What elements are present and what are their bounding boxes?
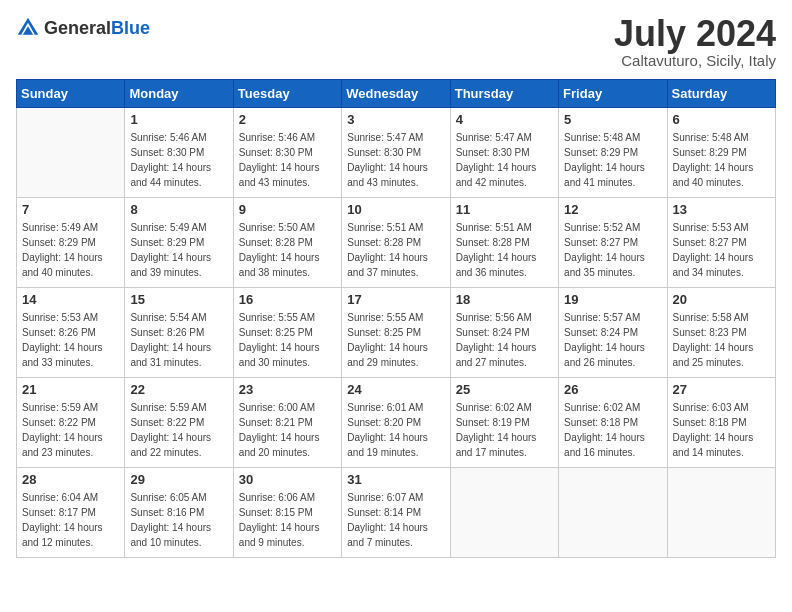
day-info: Sunrise: 5:49 AMSunset: 8:29 PMDaylight:… xyxy=(22,220,119,280)
day-number: 15 xyxy=(130,292,227,307)
day-number: 14 xyxy=(22,292,119,307)
calendar-cell: 18Sunrise: 5:56 AMSunset: 8:24 PMDayligh… xyxy=(450,288,558,378)
day-number: 8 xyxy=(130,202,227,217)
day-number: 31 xyxy=(347,472,444,487)
day-number: 6 xyxy=(673,112,770,127)
day-info: Sunrise: 5:47 AMSunset: 8:30 PMDaylight:… xyxy=(347,130,444,190)
week-row-3: 14Sunrise: 5:53 AMSunset: 8:26 PMDayligh… xyxy=(17,288,776,378)
month-title: July 2024 xyxy=(614,16,776,52)
logo-general: General xyxy=(44,18,111,38)
calendar-cell: 25Sunrise: 6:02 AMSunset: 8:19 PMDayligh… xyxy=(450,378,558,468)
day-number: 9 xyxy=(239,202,336,217)
day-number: 24 xyxy=(347,382,444,397)
calendar-cell: 26Sunrise: 6:02 AMSunset: 8:18 PMDayligh… xyxy=(559,378,667,468)
calendar-cell: 29Sunrise: 6:05 AMSunset: 8:16 PMDayligh… xyxy=(125,468,233,558)
day-number: 21 xyxy=(22,382,119,397)
calendar-cell: 11Sunrise: 5:51 AMSunset: 8:28 PMDayligh… xyxy=(450,198,558,288)
calendar-cell: 10Sunrise: 5:51 AMSunset: 8:28 PMDayligh… xyxy=(342,198,450,288)
day-info: Sunrise: 5:47 AMSunset: 8:30 PMDaylight:… xyxy=(456,130,553,190)
calendar-cell: 17Sunrise: 5:55 AMSunset: 8:25 PMDayligh… xyxy=(342,288,450,378)
day-info: Sunrise: 6:02 AMSunset: 8:19 PMDaylight:… xyxy=(456,400,553,460)
calendar-cell: 16Sunrise: 5:55 AMSunset: 8:25 PMDayligh… xyxy=(233,288,341,378)
calendar-cell: 14Sunrise: 5:53 AMSunset: 8:26 PMDayligh… xyxy=(17,288,125,378)
day-info: Sunrise: 5:46 AMSunset: 8:30 PMDaylight:… xyxy=(130,130,227,190)
day-info: Sunrise: 5:59 AMSunset: 8:22 PMDaylight:… xyxy=(22,400,119,460)
day-number: 29 xyxy=(130,472,227,487)
day-number: 10 xyxy=(347,202,444,217)
day-number: 2 xyxy=(239,112,336,127)
weekday-header-tuesday: Tuesday xyxy=(233,80,341,108)
calendar-cell xyxy=(450,468,558,558)
calendar-cell: 9Sunrise: 5:50 AMSunset: 8:28 PMDaylight… xyxy=(233,198,341,288)
day-info: Sunrise: 5:51 AMSunset: 8:28 PMDaylight:… xyxy=(347,220,444,280)
calendar-cell xyxy=(667,468,775,558)
title-area: July 2024 Caltavuturo, Sicily, Italy xyxy=(614,16,776,69)
calendar-cell: 5Sunrise: 5:48 AMSunset: 8:29 PMDaylight… xyxy=(559,108,667,198)
day-number: 25 xyxy=(456,382,553,397)
calendar-cell: 15Sunrise: 5:54 AMSunset: 8:26 PMDayligh… xyxy=(125,288,233,378)
logo: GeneralBlue xyxy=(16,16,150,40)
weekday-header-wednesday: Wednesday xyxy=(342,80,450,108)
weekday-header-sunday: Sunday xyxy=(17,80,125,108)
day-number: 26 xyxy=(564,382,661,397)
day-info: Sunrise: 5:48 AMSunset: 8:29 PMDaylight:… xyxy=(673,130,770,190)
weekday-header-monday: Monday xyxy=(125,80,233,108)
day-info: Sunrise: 6:07 AMSunset: 8:14 PMDaylight:… xyxy=(347,490,444,550)
day-number: 18 xyxy=(456,292,553,307)
day-number: 13 xyxy=(673,202,770,217)
day-info: Sunrise: 5:46 AMSunset: 8:30 PMDaylight:… xyxy=(239,130,336,190)
weekday-header-row: SundayMondayTuesdayWednesdayThursdayFrid… xyxy=(17,80,776,108)
calendar-cell: 27Sunrise: 6:03 AMSunset: 8:18 PMDayligh… xyxy=(667,378,775,468)
week-row-1: 1Sunrise: 5:46 AMSunset: 8:30 PMDaylight… xyxy=(17,108,776,198)
calendar-cell: 24Sunrise: 6:01 AMSunset: 8:20 PMDayligh… xyxy=(342,378,450,468)
day-number: 22 xyxy=(130,382,227,397)
day-info: Sunrise: 6:06 AMSunset: 8:15 PMDaylight:… xyxy=(239,490,336,550)
day-info: Sunrise: 5:59 AMSunset: 8:22 PMDaylight:… xyxy=(130,400,227,460)
day-info: Sunrise: 6:02 AMSunset: 8:18 PMDaylight:… xyxy=(564,400,661,460)
calendar-cell: 28Sunrise: 6:04 AMSunset: 8:17 PMDayligh… xyxy=(17,468,125,558)
logo-icon xyxy=(16,16,40,40)
weekday-header-friday: Friday xyxy=(559,80,667,108)
day-info: Sunrise: 5:58 AMSunset: 8:23 PMDaylight:… xyxy=(673,310,770,370)
day-info: Sunrise: 6:00 AMSunset: 8:21 PMDaylight:… xyxy=(239,400,336,460)
calendar-cell: 30Sunrise: 6:06 AMSunset: 8:15 PMDayligh… xyxy=(233,468,341,558)
calendar-cell: 6Sunrise: 5:48 AMSunset: 8:29 PMDaylight… xyxy=(667,108,775,198)
weekday-header-thursday: Thursday xyxy=(450,80,558,108)
location-subtitle: Caltavuturo, Sicily, Italy xyxy=(614,52,776,69)
calendar-cell: 2Sunrise: 5:46 AMSunset: 8:30 PMDaylight… xyxy=(233,108,341,198)
day-info: Sunrise: 5:54 AMSunset: 8:26 PMDaylight:… xyxy=(130,310,227,370)
day-info: Sunrise: 6:05 AMSunset: 8:16 PMDaylight:… xyxy=(130,490,227,550)
calendar-cell: 21Sunrise: 5:59 AMSunset: 8:22 PMDayligh… xyxy=(17,378,125,468)
calendar-cell: 13Sunrise: 5:53 AMSunset: 8:27 PMDayligh… xyxy=(667,198,775,288)
day-info: Sunrise: 5:52 AMSunset: 8:27 PMDaylight:… xyxy=(564,220,661,280)
day-number: 27 xyxy=(673,382,770,397)
calendar-table: SundayMondayTuesdayWednesdayThursdayFrid… xyxy=(16,79,776,558)
day-number: 17 xyxy=(347,292,444,307)
calendar-cell: 23Sunrise: 6:00 AMSunset: 8:21 PMDayligh… xyxy=(233,378,341,468)
week-row-4: 21Sunrise: 5:59 AMSunset: 8:22 PMDayligh… xyxy=(17,378,776,468)
day-info: Sunrise: 5:56 AMSunset: 8:24 PMDaylight:… xyxy=(456,310,553,370)
calendar-cell: 3Sunrise: 5:47 AMSunset: 8:30 PMDaylight… xyxy=(342,108,450,198)
calendar-cell: 20Sunrise: 5:58 AMSunset: 8:23 PMDayligh… xyxy=(667,288,775,378)
week-row-5: 28Sunrise: 6:04 AMSunset: 8:17 PMDayligh… xyxy=(17,468,776,558)
day-number: 23 xyxy=(239,382,336,397)
weekday-header-saturday: Saturday xyxy=(667,80,775,108)
calendar-cell: 8Sunrise: 5:49 AMSunset: 8:29 PMDaylight… xyxy=(125,198,233,288)
day-number: 7 xyxy=(22,202,119,217)
day-info: Sunrise: 5:49 AMSunset: 8:29 PMDaylight:… xyxy=(130,220,227,280)
day-number: 12 xyxy=(564,202,661,217)
day-number: 3 xyxy=(347,112,444,127)
day-number: 30 xyxy=(239,472,336,487)
day-info: Sunrise: 5:53 AMSunset: 8:27 PMDaylight:… xyxy=(673,220,770,280)
calendar-cell: 22Sunrise: 5:59 AMSunset: 8:22 PMDayligh… xyxy=(125,378,233,468)
calendar-cell xyxy=(17,108,125,198)
calendar-cell: 31Sunrise: 6:07 AMSunset: 8:14 PMDayligh… xyxy=(342,468,450,558)
page-header: GeneralBlue July 2024 Caltavuturo, Sicil… xyxy=(16,16,776,69)
logo-blue: Blue xyxy=(111,18,150,38)
day-info: Sunrise: 6:01 AMSunset: 8:20 PMDaylight:… xyxy=(347,400,444,460)
logo-text: GeneralBlue xyxy=(44,18,150,39)
day-number: 19 xyxy=(564,292,661,307)
calendar-cell: 7Sunrise: 5:49 AMSunset: 8:29 PMDaylight… xyxy=(17,198,125,288)
day-number: 28 xyxy=(22,472,119,487)
day-info: Sunrise: 5:53 AMSunset: 8:26 PMDaylight:… xyxy=(22,310,119,370)
